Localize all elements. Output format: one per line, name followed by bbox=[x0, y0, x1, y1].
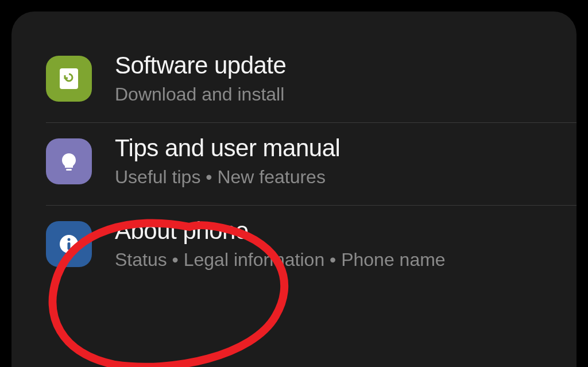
info-icon bbox=[46, 221, 92, 267]
item-title: About phone bbox=[115, 217, 446, 245]
item-text: About phone Status • Legal information •… bbox=[115, 217, 446, 271]
settings-item-tips[interactable]: Tips and user manual Useful tips • New f… bbox=[11, 123, 577, 205]
settings-item-software-update[interactable]: Software update Download and install bbox=[11, 40, 577, 122]
item-title: Software update bbox=[115, 52, 286, 79]
item-subtitle: Download and install bbox=[115, 84, 286, 105]
svg-rect-4 bbox=[68, 242, 71, 250]
lightbulb-icon bbox=[46, 138, 92, 184]
item-subtitle: Useful tips • New features bbox=[115, 167, 340, 188]
item-text: Software update Download and install bbox=[115, 52, 286, 105]
item-title: Tips and user manual bbox=[115, 134, 340, 162]
settings-panel: Software update Download and install Tip… bbox=[11, 11, 577, 367]
svg-point-3 bbox=[68, 238, 71, 241]
svg-rect-1 bbox=[66, 169, 72, 171]
download-refresh-icon bbox=[46, 56, 92, 102]
item-text: Tips and user manual Useful tips • New f… bbox=[115, 134, 340, 188]
item-subtitle: Status • Legal information • Phone name bbox=[115, 249, 446, 271]
settings-item-about-phone[interactable]: About phone Status • Legal information •… bbox=[11, 206, 577, 288]
svg-rect-0 bbox=[60, 68, 78, 89]
